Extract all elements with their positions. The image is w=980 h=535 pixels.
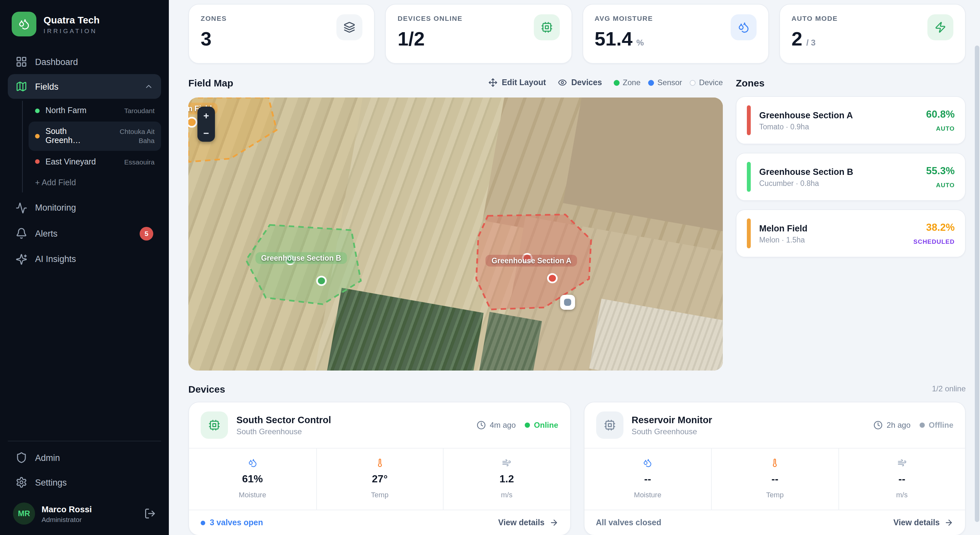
- device-stat-wind: 1.2 m/s: [443, 449, 570, 509]
- stat-card-auto-mode: AUTO MODE 2/ 3: [780, 4, 966, 64]
- stat-value: 1/2: [398, 28, 463, 50]
- stat-label: DEVICES ONLINE: [398, 14, 463, 22]
- device-location: South Greenhouse: [236, 427, 331, 436]
- device-marker[interactable]: [560, 295, 575, 310]
- view-details-link[interactable]: View details: [893, 518, 953, 527]
- stat-value: --: [644, 473, 651, 485]
- sidebar-item-alerts[interactable]: Alerts 5: [8, 220, 161, 247]
- device-legend-dot: [690, 80, 696, 85]
- zone-card-greenhouse-b[interactable]: Greenhouse Section B Cucumber · 0.8ha 55…: [736, 153, 966, 201]
- devices-toggle-button[interactable]: Devices: [558, 78, 602, 87]
- zone-status-badge: AUTO: [926, 125, 955, 132]
- stat-label: ZONES: [200, 14, 227, 22]
- clock-icon: [874, 421, 883, 430]
- valve-status: 3 valves open: [200, 518, 263, 527]
- device-stat-temp: -- Temp: [711, 449, 838, 509]
- chevron-up-icon: [144, 82, 153, 91]
- stat-value: 27°: [372, 473, 387, 485]
- device-stat-moisture: 61% Moisture: [189, 449, 316, 509]
- user-profile[interactable]: MR Marco Rossi Administrator: [8, 495, 161, 527]
- cpu-icon: [200, 412, 228, 439]
- view-details-link[interactable]: View details: [498, 518, 558, 527]
- zone-status-badge: AUTO: [926, 181, 955, 188]
- zone-color-bar: [747, 162, 751, 192]
- devices-online-summary: 1/2 online: [932, 384, 966, 393]
- zone-moisture: 60.8%: [926, 109, 955, 120]
- valve-status: All valves closed: [596, 518, 662, 527]
- zone-detail: Cucumber · 0.8ha: [759, 179, 853, 187]
- sidebar-item-dashboard[interactable]: Dashboard: [8, 50, 161, 74]
- stat-label: m/s: [501, 491, 512, 498]
- logout-icon[interactable]: [144, 508, 156, 519]
- sidebar-item-settings[interactable]: Settings: [8, 470, 161, 495]
- middle-row: Field Map Edit Layout Devices: [188, 75, 966, 371]
- greenhouse-b-zone-polygon: [246, 225, 361, 304]
- clock-icon: [477, 421, 486, 430]
- field-location: Chtouka Ait Baha: [106, 127, 154, 145]
- field-item-east-vineyard[interactable]: East Vineyard Essaouira: [29, 152, 161, 171]
- field-map-header: Field Map Edit Layout Devices: [188, 75, 723, 90]
- zone-color-bar: [747, 219, 751, 248]
- main-content: ZONES 3 DEVICES ONLINE 1/2 AVG MOIST: [169, 0, 980, 535]
- stats-row: ZONES 3 DEVICES ONLINE 1/2 AVG MOIST: [188, 4, 966, 64]
- sidebar-item-label: Admin: [35, 453, 60, 463]
- zone-detail: Melon · 1.5ha: [759, 236, 808, 243]
- thermometer-icon: [375, 458, 385, 467]
- sidebar-item-fields[interactable]: Fields: [8, 74, 161, 99]
- devices-section: Devices 1/2 online South Sector Control …: [188, 382, 966, 535]
- droplets-icon: [643, 458, 652, 467]
- map-legend: Zone Sensor Device: [614, 78, 723, 87]
- melon-sensor-marker: [188, 118, 196, 127]
- field-item-north-farm[interactable]: North Farm Taroudant: [29, 101, 161, 120]
- field-name: South Greenh…: [45, 127, 100, 145]
- stat-value: 51.4: [595, 28, 633, 50]
- stat-value: 61%: [242, 473, 263, 485]
- sidebar-item-label: Dashboard: [35, 57, 78, 67]
- zap-icon: [928, 14, 953, 40]
- zone-status-badge: SCHEDULED: [913, 238, 955, 245]
- device-status: Online: [534, 421, 558, 430]
- sidebar-nav: Dashboard Fields North Farm Taroudant So…: [8, 50, 161, 271]
- sidebar-item-label: AI Insights: [35, 254, 76, 264]
- app: Quatra Tech IRRIGATION Dashboard Fields …: [0, 0, 980, 535]
- zone-moisture: 55.3%: [926, 165, 955, 177]
- add-field-button[interactable]: + Add Field: [29, 172, 161, 192]
- arrow-right-icon: [549, 518, 558, 527]
- stat-value: --: [772, 473, 778, 485]
- sidebar: Quatra Tech IRRIGATION Dashboard Fields …: [0, 0, 169, 535]
- sidebar-bottom: Admin Settings MR Marco Rossi Administra…: [8, 441, 161, 527]
- stat-label: Temp: [371, 491, 389, 498]
- zone-a-sensor-marker: [548, 274, 557, 283]
- sidebar-item-ai-insights[interactable]: AI Insights: [8, 247, 161, 271]
- zone-legend-dot: [614, 80, 620, 85]
- field-status-dot: [35, 159, 40, 164]
- stat-value: 1.2: [500, 473, 514, 485]
- arrow-right-icon: [944, 518, 953, 527]
- stat-label: Temp: [766, 491, 784, 498]
- sidebar-item-admin[interactable]: Admin: [8, 445, 161, 470]
- device-stat-wind: -- m/s: [838, 449, 965, 509]
- stat-label: m/s: [896, 491, 908, 498]
- edit-layout-button[interactable]: Edit Layout: [488, 78, 546, 87]
- zone-card-melon-field[interactable]: Melon Field Melon · 1.5ha 38.2% SCHEDULE…: [736, 209, 966, 257]
- stat-label: Moisture: [239, 491, 266, 498]
- field-status-dot: [35, 134, 40, 139]
- vertical-scrollbar[interactable]: [975, 46, 979, 522]
- sidebar-item-label: Settings: [35, 478, 67, 487]
- cpu-icon: [596, 412, 623, 439]
- device-marker-icon: [564, 299, 571, 306]
- avatar: MR: [13, 503, 35, 525]
- map-icon: [16, 81, 27, 92]
- zone-card-greenhouse-a[interactable]: Greenhouse Section A Tomato · 0.9ha 60.8…: [736, 96, 966, 144]
- zoom-out-button[interactable]: −: [197, 124, 215, 142]
- fields-sub-list: North Farm Taroudant South Greenh… Chtou…: [22, 101, 161, 192]
- cpu-icon: [533, 14, 560, 40]
- field-map[interactable]: Melon Field Greenhouse Section B Greenho…: [188, 97, 723, 371]
- field-item-south-greenhouse[interactable]: South Greenh… Chtouka Ait Baha: [29, 121, 161, 150]
- stat-label: Moisture: [634, 491, 661, 498]
- zones-title: Zones: [736, 77, 764, 88]
- device-status: Offline: [929, 421, 953, 430]
- zoom-in-button[interactable]: +: [197, 107, 215, 124]
- sidebar-item-monitoring[interactable]: Monitoring: [8, 195, 161, 220]
- stat-label: AUTO MODE: [792, 14, 838, 22]
